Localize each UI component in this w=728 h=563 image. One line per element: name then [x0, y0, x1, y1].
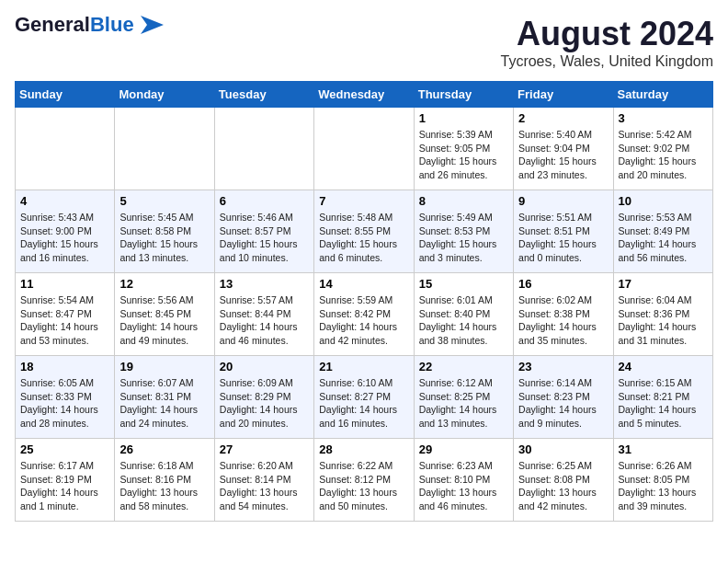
day-number: 11	[20, 277, 109, 291]
day-number: 27	[220, 442, 309, 456]
day-info: Sunrise: 5:42 AM Sunset: 9:02 PM Dayligh…	[619, 128, 708, 182]
day-number: 18	[20, 360, 109, 373]
day-number: 10	[619, 194, 708, 208]
day-number: 24	[619, 360, 708, 373]
weekday-header-monday: Monday	[115, 82, 214, 108]
calendar-cell: 31Sunrise: 6:26 AM Sunset: 8:05 PM Dayli…	[613, 439, 712, 522]
day-info: Sunrise: 5:57 AM Sunset: 8:44 PM Dayligh…	[220, 293, 309, 348]
day-info: Sunrise: 5:45 AM Sunset: 8:58 PM Dayligh…	[119, 211, 209, 265]
calendar-table: SundayMondayTuesdayWednesdayThursdayFrid…	[15, 81, 713, 522]
weekday-header-tuesday: Tuesday	[214, 82, 313, 108]
calendar-cell: 6Sunrise: 5:46 AM Sunset: 8:57 PM Daylig…	[214, 190, 313, 273]
day-info: Sunrise: 6:22 AM Sunset: 8:12 PM Dayligh…	[319, 459, 408, 513]
calendar-cell: 9Sunrise: 5:51 AM Sunset: 8:51 PM Daylig…	[514, 190, 613, 273]
calendar-cell	[16, 108, 115, 190]
day-info: Sunrise: 5:53 AM Sunset: 8:49 PM Dayligh…	[619, 211, 708, 265]
day-number: 22	[419, 360, 508, 373]
weekday-header-thursday: Thursday	[414, 82, 513, 108]
day-number: 25	[20, 442, 109, 456]
day-number: 29	[419, 442, 508, 456]
svg-marker-0	[141, 16, 164, 34]
day-info: Sunrise: 6:26 AM Sunset: 8:05 PM Dayligh…	[619, 459, 708, 513]
day-info: Sunrise: 5:59 AM Sunset: 8:42 PM Dayligh…	[319, 293, 408, 348]
day-number: 19	[119, 360, 209, 373]
calendar-header: SundayMondayTuesdayWednesdayThursdayFrid…	[16, 82, 713, 108]
day-info: Sunrise: 6:17 AM Sunset: 8:19 PM Dayligh…	[20, 459, 109, 513]
calendar-week-row: 18Sunrise: 6:05 AM Sunset: 8:33 PM Dayli…	[16, 356, 713, 439]
day-number: 31	[619, 442, 708, 456]
calendar-cell: 24Sunrise: 6:15 AM Sunset: 8:21 PM Dayli…	[613, 356, 712, 439]
calendar-week-row: 1Sunrise: 5:39 AM Sunset: 9:05 PM Daylig…	[16, 108, 713, 190]
day-info: Sunrise: 5:46 AM Sunset: 8:57 PM Dayligh…	[220, 211, 309, 265]
day-number: 15	[419, 277, 508, 291]
day-info: Sunrise: 6:18 AM Sunset: 8:16 PM Dayligh…	[119, 459, 209, 513]
day-info: Sunrise: 5:51 AM Sunset: 8:51 PM Dayligh…	[518, 211, 608, 265]
day-info: Sunrise: 5:39 AM Sunset: 9:05 PM Dayligh…	[419, 128, 508, 182]
calendar-cell: 5Sunrise: 5:45 AM Sunset: 8:58 PM Daylig…	[115, 190, 214, 273]
day-number: 1	[419, 111, 508, 125]
day-number: 6	[220, 194, 309, 208]
weekday-header-friday: Friday	[514, 82, 613, 108]
logo-arrow-icon	[136, 16, 164, 34]
calendar-cell: 19Sunrise: 6:07 AM Sunset: 8:31 PM Dayli…	[115, 356, 214, 439]
calendar-cell: 22Sunrise: 6:12 AM Sunset: 8:25 PM Dayli…	[414, 356, 513, 439]
calendar-cell: 27Sunrise: 6:20 AM Sunset: 8:14 PM Dayli…	[214, 439, 313, 522]
logo-text: GeneralBlue	[15, 15, 134, 35]
day-number: 26	[119, 442, 209, 456]
day-number: 17	[619, 277, 708, 291]
day-info: Sunrise: 6:04 AM Sunset: 8:36 PM Dayligh…	[619, 293, 708, 348]
day-number: 30	[518, 442, 608, 456]
calendar-week-row: 25Sunrise: 6:17 AM Sunset: 8:19 PM Dayli…	[16, 439, 713, 522]
day-info: Sunrise: 5:54 AM Sunset: 8:47 PM Dayligh…	[20, 293, 109, 348]
calendar-cell: 8Sunrise: 5:49 AM Sunset: 8:53 PM Daylig…	[414, 190, 513, 273]
day-number: 3	[619, 111, 708, 125]
calendar-cell: 14Sunrise: 5:59 AM Sunset: 8:42 PM Dayli…	[314, 273, 414, 356]
calendar-cell	[214, 108, 313, 190]
title-block: August 2024 Tycroes, Wales, United Kingd…	[501, 15, 714, 70]
calendar-cell: 7Sunrise: 5:48 AM Sunset: 8:55 PM Daylig…	[314, 190, 414, 273]
day-info: Sunrise: 5:43 AM Sunset: 9:00 PM Dayligh…	[20, 211, 109, 265]
day-number: 8	[419, 194, 508, 208]
calendar-cell: 26Sunrise: 6:18 AM Sunset: 8:16 PM Dayli…	[115, 439, 214, 522]
calendar-cell: 18Sunrise: 6:05 AM Sunset: 8:33 PM Dayli…	[16, 356, 115, 439]
day-number: 28	[319, 442, 408, 456]
calendar-cell	[115, 108, 214, 190]
calendar-cell: 15Sunrise: 6:01 AM Sunset: 8:40 PM Dayli…	[414, 273, 513, 356]
day-info: Sunrise: 6:02 AM Sunset: 8:38 PM Dayligh…	[518, 293, 608, 348]
logo: GeneralBlue	[15, 15, 164, 35]
weekday-header-saturday: Saturday	[613, 82, 712, 108]
day-info: Sunrise: 6:10 AM Sunset: 8:27 PM Dayligh…	[319, 376, 408, 431]
day-number: 12	[119, 277, 209, 291]
day-number: 5	[119, 194, 209, 208]
calendar-week-row: 4Sunrise: 5:43 AM Sunset: 9:00 PM Daylig…	[16, 190, 713, 273]
calendar-cell: 20Sunrise: 6:09 AM Sunset: 8:29 PM Dayli…	[214, 356, 313, 439]
calendar-cell: 4Sunrise: 5:43 AM Sunset: 9:00 PM Daylig…	[16, 190, 115, 273]
calendar-cell: 12Sunrise: 5:56 AM Sunset: 8:45 PM Dayli…	[115, 273, 214, 356]
calendar-cell	[314, 108, 414, 190]
day-info: Sunrise: 6:14 AM Sunset: 8:23 PM Dayligh…	[518, 376, 608, 431]
day-info: Sunrise: 6:23 AM Sunset: 8:10 PM Dayligh…	[419, 459, 508, 513]
calendar-cell: 1Sunrise: 5:39 AM Sunset: 9:05 PM Daylig…	[414, 108, 513, 190]
calendar-cell: 3Sunrise: 5:42 AM Sunset: 9:02 PM Daylig…	[613, 108, 712, 190]
calendar-cell: 23Sunrise: 6:14 AM Sunset: 8:23 PM Dayli…	[514, 356, 613, 439]
calendar-cell: 21Sunrise: 6:10 AM Sunset: 8:27 PM Dayli…	[314, 356, 414, 439]
day-info: Sunrise: 6:01 AM Sunset: 8:40 PM Dayligh…	[419, 293, 508, 348]
day-info: Sunrise: 5:48 AM Sunset: 8:55 PM Dayligh…	[319, 211, 408, 265]
day-number: 20	[220, 360, 309, 373]
calendar-cell: 16Sunrise: 6:02 AM Sunset: 8:38 PM Dayli…	[514, 273, 613, 356]
day-info: Sunrise: 6:09 AM Sunset: 8:29 PM Dayligh…	[220, 376, 309, 431]
day-info: Sunrise: 6:20 AM Sunset: 8:14 PM Dayligh…	[220, 459, 309, 513]
calendar-week-row: 11Sunrise: 5:54 AM Sunset: 8:47 PM Dayli…	[16, 273, 713, 356]
calendar-cell: 25Sunrise: 6:17 AM Sunset: 8:19 PM Dayli…	[16, 439, 115, 522]
location-subtitle: Tycroes, Wales, United Kingdom	[501, 53, 714, 70]
day-number: 14	[319, 277, 408, 291]
weekday-header-wednesday: Wednesday	[314, 82, 414, 108]
day-info: Sunrise: 5:40 AM Sunset: 9:04 PM Dayligh…	[518, 128, 608, 182]
calendar-cell: 28Sunrise: 6:22 AM Sunset: 8:12 PM Dayli…	[314, 439, 414, 522]
weekday-header-sunday: Sunday	[16, 82, 115, 108]
day-number: 21	[319, 360, 408, 373]
calendar-cell: 10Sunrise: 5:53 AM Sunset: 8:49 PM Dayli…	[613, 190, 712, 273]
day-info: Sunrise: 6:25 AM Sunset: 8:08 PM Dayligh…	[518, 459, 608, 513]
day-number: 2	[518, 111, 608, 125]
calendar-cell: 30Sunrise: 6:25 AM Sunset: 8:08 PM Dayli…	[514, 439, 613, 522]
